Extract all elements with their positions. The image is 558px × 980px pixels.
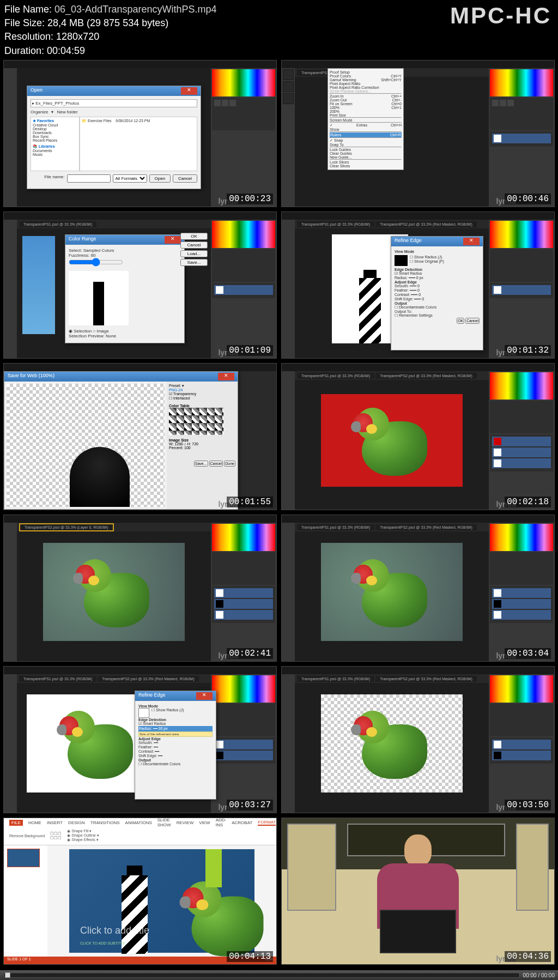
thumbnail-8: TransparentPS1.psd @ 33.3% (RGB/8#)Trans…: [281, 515, 555, 662]
timestamp: 00:01:09: [227, 345, 273, 356]
timestamp: 00:03:50: [505, 800, 551, 810]
tooltip: Size of the refinement area: [138, 731, 213, 737]
save-button[interactable]: Save...: [180, 259, 208, 266]
thumbnail-7: TransparentPS2.psd @ 33.3% (Layer 0, RGB…: [3, 515, 277, 662]
pp-ribbon: FILE HOMEINSERTDESIGN TRANSITIONSANIMATI…: [4, 818, 276, 845]
done-button[interactable]: Done: [224, 461, 235, 467]
seek-track[interactable]: [4, 973, 519, 977]
thumbnail-6: TransparentPS1.psd @ 33.3% (RGB/8#)Trans…: [281, 363, 555, 510]
thumbnail-1: Open✕ ▸ Ex_Files_PPT_Photos Organize ▾ N…: [3, 60, 277, 207]
format-select[interactable]: All Formats: [113, 174, 147, 183]
slide-subtitle[interactable]: CLICK TO ADD SUBTITLE: [80, 941, 126, 945]
thumbnail-5: Save for Web (100%)✕ Preset: ▾ PNG-24 ☑ …: [3, 363, 277, 510]
laptop: [380, 910, 456, 953]
timestamp: 00:00:46: [505, 193, 551, 204]
seek-bar[interactable]: 00:00 / 00:00: [0, 970, 558, 980]
timestamp: 00:03:27: [227, 800, 273, 810]
timestamp: 00:00:23: [227, 193, 273, 204]
dialog-body: ▸ Ex_Files_PPT_Photos Organize ▾ New fol…: [27, 96, 201, 186]
seek-thumb[interactable]: [5, 972, 10, 978]
path-bar[interactable]: ▸ Ex_Files_PPT_Photos: [31, 99, 197, 107]
view-menu[interactable]: Proof SetupProof ColorsCtrl+Y Gamut Warn…: [327, 68, 404, 170]
timestamp: 00:04:36: [505, 951, 551, 962]
ps-toolbar: [4, 68, 17, 207]
pp-tabs[interactable]: FILE HOMEINSERTDESIGN TRANSITIONSANIMATI…: [4, 818, 276, 827]
load-button[interactable]: Load...: [180, 250, 208, 257]
slide-title[interactable]: Click to add title: [80, 925, 149, 936]
cancel-button[interactable]: Cancel: [173, 174, 197, 183]
thumbnail-10: TransparentPS1.psd @ 33.3% (RGB/8#)Trans…: [281, 666, 555, 813]
timestamp: 00:03:04: [505, 648, 551, 659]
open-button[interactable]: Open: [149, 174, 171, 183]
thumbnail-2: TransparentPS1.psd @ 33.3% (RGB/8#) Proo…: [281, 60, 555, 207]
thumbnail-4: TransparentPS1.psd @ 33.3% (RGB/8#)Trans…: [281, 211, 555, 359]
cancel-button[interactable]: Cancel: [180, 241, 208, 249]
thumbnail-11: FILE HOMEINSERTDESIGN TRANSITIONSANIMATI…: [3, 818, 277, 965]
pp-slide-thumbnails[interactable]: [4, 845, 47, 957]
thumbnail-9: TransparentPS1.psd @ 33.3% (RGB/8#)Trans…: [3, 666, 277, 813]
player-logo: MPC-HC: [450, 3, 551, 29]
close-icon[interactable]: ✕: [165, 236, 181, 244]
thumbnail-grid: Open✕ ▸ Ex_Files_PPT_Photos Organize ▾ N…: [3, 60, 555, 965]
timestamp: 00:01:32: [505, 345, 551, 356]
ok-button[interactable]: OK: [180, 233, 208, 240]
timestamp: 00:04:13: [227, 951, 273, 962]
pp-slide[interactable]: Click to add title CLICK TO ADD SUBTITLE: [69, 849, 254, 953]
ps-panels: [211, 68, 276, 207]
thumbnail-3: TransparentPS1.psd @ 33.3% (RGB/8#) Colo…: [3, 211, 277, 359]
timestamp: 00:01:55: [227, 497, 273, 507]
file-info-overlay: File Name: 06_03-AddTransparencyWithPS.m…: [4, 3, 217, 58]
fuzziness-slider[interactable]: [69, 258, 123, 267]
timestamp: 00:02:41: [227, 648, 273, 659]
filename-input[interactable]: [67, 174, 111, 183]
thumbnail-12: lynda 00:04:36: [281, 818, 555, 965]
cancel-button[interactable]: Cancel: [209, 461, 223, 467]
remove-bg-button[interactable]: Remove Background: [9, 834, 45, 838]
close-icon[interactable]: ✕: [181, 87, 197, 95]
save-button[interactable]: Save...: [194, 461, 208, 467]
close-icon[interactable]: ✕: [218, 373, 234, 380]
close-icon[interactable]: ✕: [463, 238, 480, 245]
dialog-title: Open✕: [27, 86, 201, 96]
ps-canvas: Open✕ ▸ Ex_Files_PPT_Photos Organize ▾ N…: [17, 68, 211, 207]
pp-slide-area: Click to add title CLICK TO ADD SUBTITLE: [47, 845, 276, 957]
timestamp: 00:02:18: [505, 497, 551, 507]
ps-menubar: [4, 61, 276, 68]
seek-time: 00:00 / 00:00: [523, 972, 558, 978]
close-icon[interactable]: ✕: [196, 692, 213, 700]
